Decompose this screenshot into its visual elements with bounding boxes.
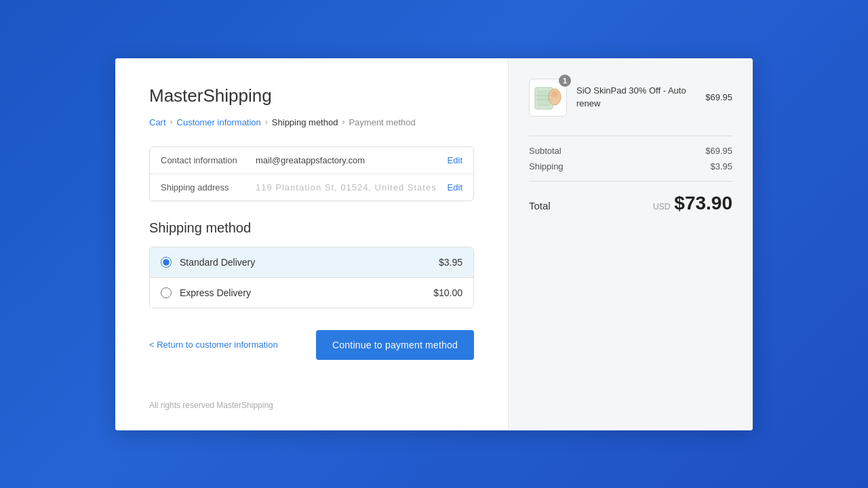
product-image-wrap: 1	[529, 79, 567, 117]
shipping-option-standard-name: Standard Delivery	[180, 257, 439, 268]
total-amount: $73.90	[674, 192, 732, 214]
product-svg-icon	[532, 82, 564, 113]
breadcrumb-shipping-method: Shipping method	[272, 117, 338, 127]
shipping-row: Shipping $3.95	[529, 161, 732, 171]
total-price-wrap: USD $73.90	[653, 192, 732, 214]
divider-1	[529, 136, 732, 136]
shipping-option-express-price: $10.00	[433, 287, 462, 298]
info-box: Contact information mail@greatappsfactor…	[149, 146, 474, 201]
subtotal-value: $69.95	[705, 146, 732, 156]
breadcrumb-sep-1: ›	[170, 117, 173, 127]
contact-info-value: mail@greatappsfactory.com	[256, 155, 448, 165]
shipping-option-express-name: Express Delivery	[180, 287, 433, 298]
shipping-option-standard[interactable]: Standard Delivery $3.95	[150, 247, 473, 278]
shipping-summary-label: Shipping	[529, 161, 564, 171]
product-name: SiO SkinPad 30% Off - Auto renew	[576, 85, 698, 109]
shipping-radio-express[interactable]	[161, 287, 172, 298]
left-panel: MasterShipping Cart › Customer informati…	[115, 58, 509, 430]
shipping-radio-standard[interactable]	[161, 257, 172, 268]
brand-title: MasterShipping	[149, 85, 474, 106]
shipping-option-express[interactable]: Express Delivery $10.00	[150, 278, 473, 308]
right-panel: 1 SiO SkinPad 30% Off - Auto renew $69.9…	[509, 58, 753, 430]
svg-point-3	[551, 91, 558, 98]
product-row: 1 SiO SkinPad 30% Off - Auto renew $69.9…	[529, 79, 732, 117]
breadcrumb-cart[interactable]: Cart	[149, 117, 166, 127]
continue-button[interactable]: Continue to payment method	[316, 330, 474, 360]
product-badge: 1	[559, 75, 571, 87]
page-container: MasterShipping Cart › Customer informati…	[115, 58, 753, 430]
shipping-summary-value: $3.95	[710, 161, 732, 171]
product-price: $69.95	[705, 92, 732, 102]
shipping-address-edit-link[interactable]: Edit	[448, 182, 462, 192]
breadcrumb-sep-3: ›	[342, 117, 344, 127]
shipping-address-label: Shipping address	[161, 182, 256, 192]
breadcrumb-customer-info[interactable]: Customer information	[177, 117, 261, 127]
shipping-address-value: 119 Plantation St, 01524, United States	[256, 182, 448, 192]
actions-bar: < Return to customer information Continu…	[149, 330, 474, 360]
breadcrumb: Cart › Customer information › Shipping m…	[149, 117, 474, 127]
total-row: Total USD $73.90	[529, 192, 732, 214]
contact-info-row: Contact information mail@greatappsfactor…	[150, 147, 473, 174]
subtotal-label: Subtotal	[529, 146, 561, 156]
subtotal-row: Subtotal $69.95	[529, 146, 732, 156]
total-currency: USD	[653, 202, 670, 211]
footer-text: All rights reserved MasterShipping	[149, 401, 474, 410]
divider-2	[529, 181, 732, 182]
shipping-address-row: Shipping address 119 Plantation St, 0152…	[150, 174, 473, 201]
breadcrumb-payment-method: Payment method	[349, 117, 415, 127]
shipping-section-title: Shipping method	[149, 220, 474, 236]
total-label: Total	[529, 200, 551, 211]
shipping-option-standard-price: $3.95	[439, 257, 462, 268]
return-link[interactable]: < Return to customer information	[149, 340, 278, 350]
contact-info-label: Contact information	[161, 155, 256, 165]
shipping-options-list: Standard Delivery $3.95 Express Delivery…	[149, 247, 474, 308]
breadcrumb-sep-2: ›	[265, 117, 268, 127]
contact-edit-link[interactable]: Edit	[448, 155, 462, 165]
